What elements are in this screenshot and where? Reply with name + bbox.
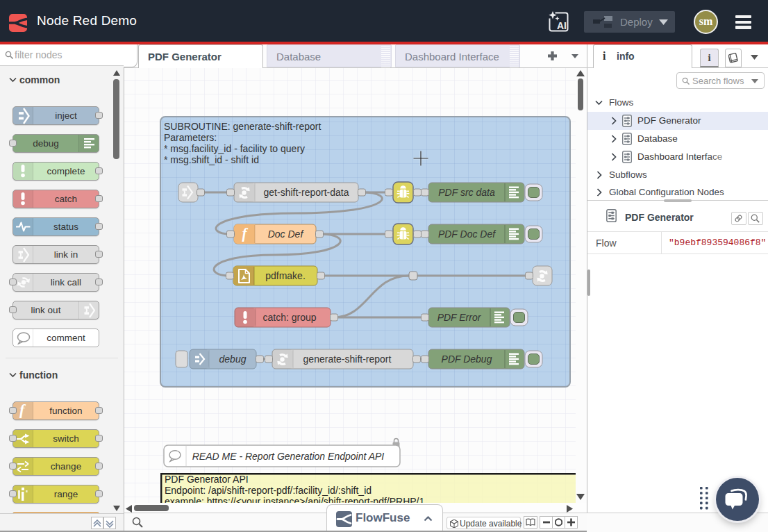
svg-text:SUBROUTINE: generate-shift-rep: SUBROUTINE: generate-shift-report [164, 121, 322, 132]
svg-text:PDF Doc Def: PDF Doc Def [438, 228, 496, 240]
svg-text:pdfmake.: pdfmake. [265, 270, 306, 281]
svg-text:generate-shift-report: generate-shift-report [303, 354, 392, 365]
svg-text:PDF src data: PDF src data [438, 187, 495, 198]
svg-text:* msg.shift_id - shift id: * msg.shift_id - shift id [164, 154, 259, 165]
svg-text:READ ME - Report Generation En: READ ME - Report Generation Endpoint API [192, 451, 385, 462]
svg-text:Endpoint: /api/shift-report-pd: Endpoint: /api/shift-report-pdf/:facilit… [165, 485, 372, 496]
svg-text:debug: debug [219, 354, 247, 365]
svg-text:PDF Debug: PDF Debug [442, 354, 492, 365]
svg-text:Doc Def: Doc Def [268, 228, 305, 240]
svg-text:* msg.facility_id - facility t: * msg.facility_id - facility to query [164, 143, 305, 154]
svg-text:AI: AI [557, 20, 567, 31]
svg-text:PDF Generator API: PDF Generator API [165, 474, 249, 485]
svg-text:catch: group: catch: group [262, 312, 316, 323]
svg-text:get-shift-report-data: get-shift-report-data [264, 187, 349, 198]
svg-text:Parameters:: Parameters: [164, 132, 217, 143]
svg-text:PDF Error: PDF Error [437, 312, 482, 323]
